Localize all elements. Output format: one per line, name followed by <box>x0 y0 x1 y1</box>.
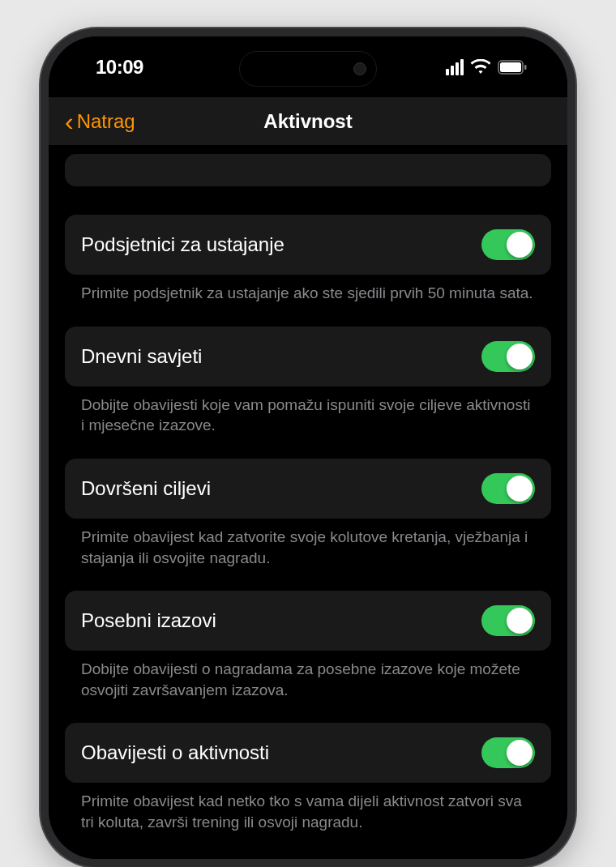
dynamic-island <box>239 51 377 87</box>
content: Podsjetnici za ustajanje Primite podsjet… <box>49 146 567 856</box>
svg-rect-1 <box>500 62 521 72</box>
setting-row-activity-sharing: Obavijesti o aktivnosti <box>65 723 551 783</box>
setting-desc: Primite podsjetnik za ustajanje ako ste … <box>65 275 551 327</box>
screen: 10:09 <box>49 36 567 859</box>
setting-row-stand-reminders: Podsjetnici za ustajanje <box>65 215 551 275</box>
content-spacer <box>65 154 551 186</box>
chevron-left-icon: ‹ <box>65 109 74 135</box>
setting-label: Podsjetnici za ustajanje <box>81 233 284 256</box>
toggle-goal-completions[interactable] <box>481 473 535 504</box>
setting-desc: Dobijte obavijesti koje vam pomažu ispun… <box>65 387 551 459</box>
back-label: Natrag <box>77 110 135 133</box>
battery-icon <box>498 60 527 75</box>
setting-row-special-challenges: Posebni izazovi <box>65 591 551 651</box>
phone-frame: 10:09 <box>41 28 575 867</box>
cellular-icon <box>446 59 464 75</box>
camera-dot <box>353 62 366 75</box>
setting-desc: Primite obavijest kad zatvorite svoje ko… <box>65 519 551 591</box>
setting-desc: Dobijte obavijesti o nagradama za posebn… <box>65 651 551 723</box>
setting-desc: Primite obavijest kad netko tko s vama d… <box>65 783 551 855</box>
setting-label: Obavijesti o aktivnosti <box>81 741 269 764</box>
page-title: Aktivnost <box>263 110 352 133</box>
nav-bar: ‹ Natrag Aktivnost <box>49 97 567 146</box>
toggle-stand-reminders[interactable] <box>481 229 535 260</box>
toggle-special-challenges[interactable] <box>481 605 535 636</box>
back-button[interactable]: ‹ Natrag <box>65 109 135 135</box>
svg-rect-2 <box>524 65 527 70</box>
status-time: 10:09 <box>96 56 143 79</box>
setting-row-daily-coaching: Dnevni savjeti <box>65 327 551 387</box>
wifi-icon <box>470 59 491 75</box>
setting-label: Dnevni savjeti <box>81 345 202 368</box>
setting-label: Dovršeni ciljevi <box>81 477 211 500</box>
setting-label: Posebni izazovi <box>81 609 216 632</box>
setting-row-goal-completions: Dovršeni ciljevi <box>65 459 551 519</box>
toggle-activity-sharing[interactable] <box>481 737 535 768</box>
toggle-daily-coaching[interactable] <box>481 341 535 372</box>
status-icons <box>446 59 527 75</box>
